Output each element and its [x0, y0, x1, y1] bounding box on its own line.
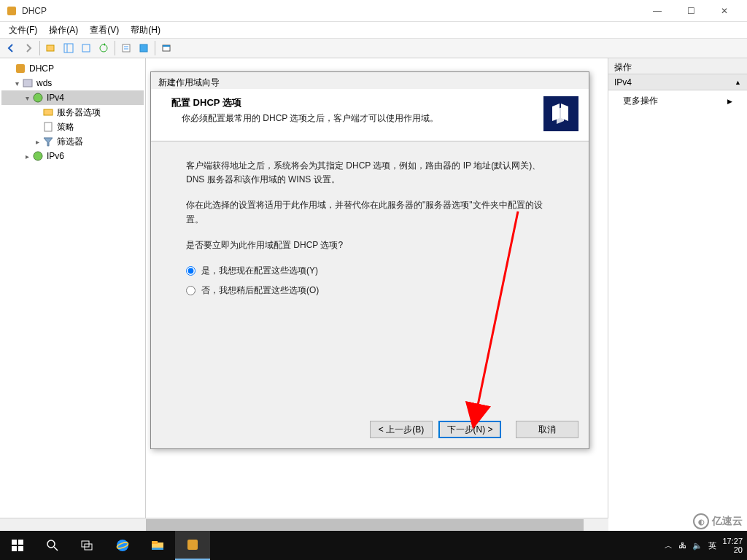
policies-icon	[42, 121, 54, 133]
tree-ipv6[interactable]: ▸ IPv6	[1, 149, 144, 163]
wizard-para1: 客户端获得地址之后，系统将会为其指定 DHCP 选项，例如，路由器的 IP 地址…	[186, 159, 554, 187]
wizard-buttons: < 上一步(B) 下一步(N) > 取消	[370, 421, 578, 438]
dhcp-app-icon	[6, 5, 18, 17]
tree-policies[interactable]: 策略	[1, 120, 144, 134]
svg-rect-11	[163, 45, 170, 47]
help-button[interactable]	[136, 40, 152, 56]
ipv4-icon	[32, 92, 44, 104]
export-button[interactable]	[78, 40, 94, 56]
svg-rect-30	[152, 541, 158, 544]
watermark-icon: ◐	[693, 513, 709, 529]
close-button[interactable]: ✕	[708, 0, 741, 22]
tray-clock[interactable]: 17:27 20	[722, 537, 743, 554]
svg-rect-6	[123, 44, 130, 52]
radio-no-label: 否，我想稍后配置这些选项(O)	[201, 284, 319, 298]
minimize-button[interactable]: —	[640, 0, 674, 22]
ipv6-icon	[32, 150, 44, 162]
start-button[interactable]	[0, 531, 35, 560]
taskbar-dhcp[interactable]	[175, 531, 210, 560]
actions-header: 操作	[608, 58, 747, 74]
radio-yes[interactable]: 是，我想现在配置这些选项(Y)	[186, 264, 554, 278]
menu-action[interactable]: 操作(A)	[43, 23, 84, 38]
new-scope-wizard-dialog: 新建作用域向导 配置 DHCP 选项 你必须配置最常用的 DHCP 选项之后，客…	[150, 71, 589, 449]
svg-rect-4	[82, 44, 90, 52]
svg-point-5	[100, 44, 107, 52]
tree-filters[interactable]: ▸ 筛选器	[1, 134, 144, 149]
collapse-icon[interactable]: ▲	[735, 79, 741, 86]
title-bar: DHCP — ☐ ✕	[0, 0, 747, 22]
properties-button[interactable]	[118, 40, 134, 56]
tree-label: 筛选器	[57, 136, 83, 148]
maximize-button[interactable]: ☐	[674, 0, 708, 22]
watermark: ◐ 亿速云	[693, 513, 743, 529]
system-tray: ︿ 🖧 🔈 英 17:27 20	[665, 537, 747, 554]
chevron-right-icon: ▶	[727, 98, 732, 105]
taskbar: ︿ 🖧 🔈 英 17:27 20	[0, 531, 747, 560]
manage-button[interactable]	[158, 40, 174, 56]
tree-ipv4[interactable]: ▾ IPv4	[1, 90, 144, 105]
window-title: DHCP	[22, 6, 640, 16]
tray-date: 20	[722, 545, 743, 554]
menu-view[interactable]: 查看(V)	[84, 23, 125, 38]
svg-rect-32	[187, 540, 198, 550]
next-button[interactable]: 下一步(N) >	[438, 421, 501, 438]
dhcp-icon	[15, 63, 26, 74]
wizard-heading: 配置 DHCP 选项	[161, 96, 543, 109]
radio-yes-input[interactable]	[186, 266, 196, 276]
menu-help[interactable]: 帮助(H)	[125, 23, 166, 38]
taskbar-ie[interactable]	[105, 531, 140, 560]
back-button[interactable]	[3, 40, 19, 56]
wizard-para3: 是否要立即为此作用域配置 DHCP 选项?	[186, 238, 554, 252]
back-button[interactable]: < 上一步(B)	[370, 421, 433, 438]
svg-rect-16	[44, 122, 52, 131]
wizard-header: 配置 DHCP 选项 你必须配置最常用的 DHCP 选项之后，客户端才可以使用作…	[151, 89, 589, 141]
tree-label: IPv4	[47, 93, 64, 103]
toolbar	[0, 38, 747, 58]
svg-rect-31	[152, 548, 163, 550]
radio-no-input[interactable]	[186, 286, 196, 295]
actions-subheader: IPv4 ▲	[608, 74, 747, 90]
actions-more[interactable]: 更多操作 ▶	[608, 90, 747, 112]
tree-root-dhcp[interactable]: DHCP	[1, 61, 144, 76]
tree-label: wds	[36, 78, 52, 88]
tree-label: IPv6	[47, 151, 64, 161]
scrollbar-thumb[interactable]	[146, 519, 584, 531]
svg-point-17	[34, 152, 42, 160]
search-button[interactable]	[35, 531, 70, 560]
task-view-button[interactable]	[70, 531, 105, 560]
svg-rect-2	[64, 44, 73, 52]
add-button[interactable]	[43, 40, 59, 56]
svg-line-24	[54, 547, 58, 551]
tray-volume-icon[interactable]: 🔈	[692, 541, 703, 551]
svg-rect-12	[16, 64, 25, 73]
tray-network-icon[interactable]: 🖧	[678, 541, 686, 550]
wizard-para2: 你在此选择的设置将适用于此作用域，并替代你在此服务器的"服务器选项"文件夹中配置…	[186, 198, 554, 226]
options-icon	[42, 106, 54, 118]
svg-rect-19	[12, 540, 17, 545]
tray-ime[interactable]: 英	[708, 540, 716, 551]
wizard-icon	[543, 96, 578, 131]
svg-rect-20	[18, 540, 23, 545]
actions-subheader-label: IPv4	[614, 77, 632, 88]
svg-rect-22	[18, 546, 23, 551]
server-icon	[22, 77, 34, 89]
taskbar-explorer[interactable]	[140, 531, 175, 560]
menu-file[interactable]: 文件(F)	[3, 23, 43, 38]
forward-button[interactable]	[20, 40, 36, 56]
wizard-subheading: 你必须配置最常用的 DHCP 选项之后，客户端才可以使用作用域。	[161, 109, 543, 125]
svg-rect-9	[140, 44, 147, 52]
tree-server[interactable]: ▾ wds	[1, 76, 144, 90]
filters-icon	[42, 136, 54, 147]
tray-chevron-icon[interactable]: ︿	[665, 540, 673, 551]
menu-bar: 文件(F) 操作(A) 查看(V) 帮助(H)	[0, 22, 747, 38]
show-hide-button[interactable]	[61, 40, 77, 56]
horizontal-scrollbar[interactable]	[0, 518, 608, 531]
svg-rect-0	[7, 7, 16, 15]
tree-view[interactable]: DHCP ▾ wds ▾ IPv4 服务器选项 策略 ▸ 筛选器 ▸ IPv	[0, 58, 146, 532]
radio-no[interactable]: 否，我想稍后配置这些选项(O)	[186, 284, 554, 298]
tree-server-options[interactable]: 服务器选项	[1, 105, 144, 120]
watermark-text: 亿速云	[712, 515, 743, 528]
wizard-body: 客户端获得地址之后，系统将会为其指定 DHCP 选项，例如，路由器的 IP 地址…	[151, 141, 589, 321]
refresh-button[interactable]	[96, 40, 112, 56]
cancel-button[interactable]: 取消	[516, 421, 578, 438]
